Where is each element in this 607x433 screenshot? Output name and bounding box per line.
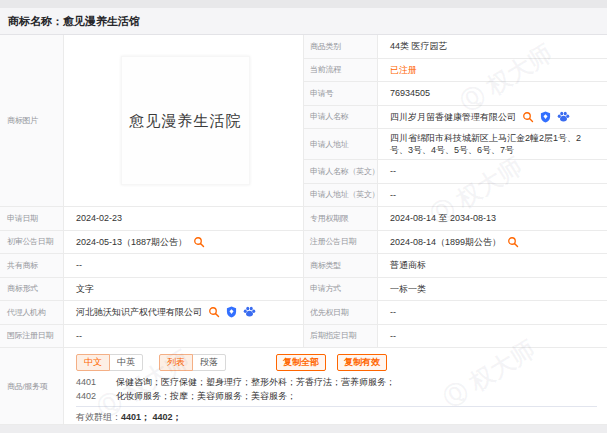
search-icon[interactable] [208, 306, 220, 318]
row-application-method: 申请方式 一标一类 [304, 278, 607, 302]
language-toggle: 中文 中英 [76, 354, 143, 371]
window-top-strip [0, 0, 607, 8]
field-label: 国际注册日期 [0, 325, 64, 348]
field-value: 2024-08-14 至 2034-08-13 [390, 212, 496, 224]
copy-valid-button[interactable]: 复制有效 [337, 354, 387, 371]
applicant-name-link[interactable]: 四川岁月留香健康管理有限公司 [390, 111, 516, 123]
row-priority-date: 优先权日期 -- [304, 301, 607, 325]
paw-icon[interactable] [557, 111, 570, 123]
field-label: 商品类别 [304, 35, 378, 58]
field-label: 申请人地址（英文） [304, 184, 378, 207]
field-value: 2024-08-14（1899期公告） [390, 236, 501, 248]
service-item-text: 化妆师服务；按摩；美容师服务；美容服务； [116, 389, 296, 403]
service-item: 4401 保健咨询；医疗保健；塑身理疗；整形外科；芳香疗法；营养师服务； [76, 375, 597, 389]
view-toggle: 列表 段落 [159, 354, 226, 371]
field-label: 当前流程 [304, 59, 378, 82]
goods-services-section: 商品/服务项 中文 中英 列表 段落 复制全部 复制有效 4401 保健咨询；医… [0, 348, 607, 425]
row-applicant-name: 申请人名称 四川岁月留香健康管理有限公司 [304, 106, 607, 130]
row-application-date: 申请日期 2024-02-23 [0, 207, 303, 231]
field-label: 初审公告日期 [0, 231, 64, 254]
right-column: 商品类别 44类 医疗园艺 当前流程 已注册 申请号 76934505 申请人名… [303, 35, 607, 348]
field-value: -- [390, 189, 396, 201]
row-co-owned-trademark: 共有商标 -- [0, 254, 303, 278]
search-icon[interactable] [522, 111, 534, 123]
service-item: 4402 化妆师服务；按摩；美容师服务；美容服务； [76, 389, 597, 403]
valid-groups-label: 有效群组： [76, 412, 121, 422]
field-value: 76934505 [390, 87, 430, 99]
page-title: 商标名称：愈见漫养生活馆 [8, 14, 140, 29]
search-icon[interactable] [507, 236, 519, 248]
status-badge: 已注册 [390, 64, 417, 76]
row-application-number: 申请号 76934505 [304, 82, 607, 106]
row-exclusive-right-period: 专用权期限 2024-08-14 至 2034-08-13 [304, 207, 607, 231]
field-label: 申请日期 [0, 207, 64, 230]
field-label: 专用权期限 [304, 207, 378, 230]
toggle-list-view-button[interactable]: 列表 [159, 354, 193, 371]
field-value: 普通商标 [390, 259, 426, 271]
field-value: -- [390, 330, 396, 342]
paw-icon[interactable] [243, 306, 256, 318]
page-header: 商标名称：愈见漫养生活馆 [0, 8, 607, 35]
field-value: 文字 [76, 283, 94, 295]
field-label: 商标形式 [0, 278, 64, 301]
page-footer-strip [0, 425, 607, 433]
copy-all-button[interactable]: 复制全部 [276, 354, 326, 371]
field-label: 申请方式 [304, 278, 378, 301]
toggle-chinese-english-button[interactable]: 中英 [109, 354, 143, 371]
field-value: 一标一类 [390, 283, 426, 295]
field-label: 注册公告日期 [304, 231, 378, 254]
row-first-publication-date: 初审公告日期 2024-05-13（1887期公告） [0, 231, 303, 255]
field-label: 商标图片 [0, 35, 64, 206]
field-label: 申请人名称（英文） [304, 160, 378, 183]
field-label: 申请人地址 [304, 129, 378, 159]
row-trademark-type: 商标类型 普通商标 [304, 254, 607, 278]
field-value: -- [76, 330, 82, 342]
field-value: 44类 医疗园艺 [390, 40, 448, 52]
row-trademark-image: 商标图片 愈见漫养生活院 [0, 35, 303, 207]
services-toolbar: 中文 中英 列表 段落 复制全部 复制有效 [76, 352, 597, 372]
service-group-code: 4402 [76, 389, 116, 403]
toggle-chinese-button[interactable]: 中文 [76, 354, 110, 371]
toggle-paragraph-view-button[interactable]: 段落 [192, 354, 226, 371]
row-subsequent-designation-date: 后期指定日期 -- [304, 325, 607, 349]
row-applicant-name-en: 申请人名称（英文） -- [304, 160, 607, 184]
field-value: -- [76, 259, 82, 271]
field-value: 2024-02-23 [76, 212, 122, 224]
field-label: 商品/服务项 [0, 348, 64, 424]
shield-icon[interactable] [226, 306, 237, 318]
row-registration-publication-date: 注册公告日期 2024-08-14（1899期公告） [304, 231, 607, 255]
row-goods-class: 商品类别 44类 医疗园艺 [304, 35, 607, 59]
field-value: 四川省绵阳市科技城新区上马汇金2幢2层1号、2号、3号、4号、5号、6号、7号 [390, 132, 599, 156]
field-label: 商标类型 [304, 254, 378, 277]
field-value: -- [390, 306, 396, 318]
service-item-text: 保健咨询；医疗保健；塑身理疗；整形外科；芳香疗法；营养师服务； [116, 375, 395, 389]
field-label: 后期指定日期 [304, 325, 378, 348]
row-international-registration-date: 国际注册日期 -- [0, 325, 303, 349]
field-label: 共有商标 [0, 254, 64, 277]
field-label: 申请号 [304, 82, 378, 105]
trademark-image[interactable]: 愈见漫养生活院 [121, 56, 250, 185]
row-current-status: 当前流程 已注册 [304, 59, 607, 83]
row-applicant-address-en: 申请人地址（英文） -- [304, 184, 607, 208]
trademark-image-text: 愈见漫养生活院 [130, 115, 242, 127]
service-group-code: 4401 [76, 375, 116, 389]
field-value: 2024-05-13（1887期公告） [76, 236, 187, 248]
search-icon[interactable] [193, 236, 205, 248]
row-applicant-address: 申请人地址 四川省绵阳市科技城新区上马汇金2幢2层1号、2号、3号、4号、5号、… [304, 129, 607, 160]
field-label: 申请人名称 [304, 106, 378, 129]
valid-groups-row: 有效群组：4401； 4402； [76, 406, 597, 424]
row-trademark-form: 商标形式 文字 [0, 278, 303, 302]
trademark-detail-table: 商标图片 愈见漫养生活院 申请日期 2024-02-23 初审公告日期 2024… [0, 35, 607, 348]
valid-groups-values: 4401； 4402； [121, 412, 182, 422]
shield-icon[interactable] [540, 111, 551, 123]
field-label: 优先权日期 [304, 301, 378, 324]
field-label: 代理人机构 [0, 301, 64, 324]
row-agent-organization: 代理人机构 河北驰沃知识产权代理有限公司 [0, 301, 303, 325]
field-value: -- [390, 165, 396, 177]
agent-name-link[interactable]: 河北驰沃知识产权代理有限公司 [76, 306, 202, 318]
left-column: 商标图片 愈见漫养生活院 申请日期 2024-02-23 初审公告日期 2024… [0, 35, 303, 348]
